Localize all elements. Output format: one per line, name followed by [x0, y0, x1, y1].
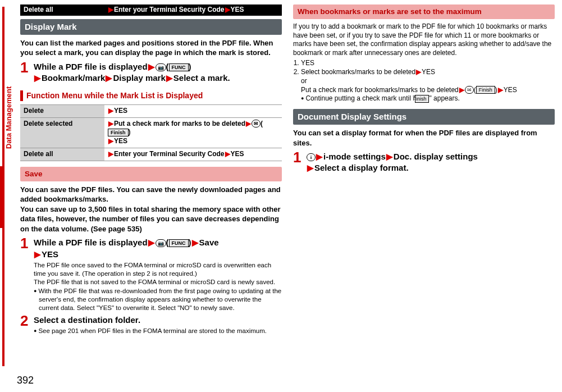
table-row: Delete ▶YES — [20, 104, 282, 117]
bullet-item: With the PDF file that was re-downloaded… — [34, 287, 282, 312]
li-text: Select bookmarks/marks to be deleted — [301, 68, 415, 76]
row-text: Put a check mark for marks to be deleted — [114, 120, 245, 127]
top-bar-value: ▶Enter your Terminal Security Code▶YES — [108, 6, 278, 15]
step-text: While a PDF file is displayed — [34, 62, 148, 71]
arrow-icon: ▶ — [148, 62, 156, 71]
finish-softkey-icon: Finish — [476, 86, 495, 94]
arrow-icon: ▶ — [316, 152, 323, 161]
row-text: Enter your Terminal Security Code — [114, 150, 225, 158]
step-text: Select a display format. — [314, 163, 409, 172]
maximum-body: If you try to add a bookmark or mark to … — [293, 22, 555, 58]
save-step2-bullets: See page 201 when PDF files in the FOMA … — [34, 327, 282, 335]
heading-doc-display: Document Display Settings — [293, 109, 555, 125]
arrow-icon: ▶ — [307, 163, 314, 172]
bullet-text: " appears. — [429, 94, 459, 102]
row-text: YES — [114, 107, 127, 115]
row-text: YES — [114, 137, 127, 145]
display-mark-body: You can list the marked pages and positi… — [20, 38, 282, 58]
heading-display-mark: Display Mark — [20, 19, 282, 35]
arrow-icon: ▶ — [386, 152, 394, 161]
page-number: 392 — [17, 375, 34, 386]
arrow-icon: ▶ — [497, 86, 504, 94]
display-mark-step1-title: While a PDF file is displayed▶📷(FUNC) ▶B… — [34, 61, 282, 84]
save-step2-title: Select a destination folder. — [34, 314, 282, 326]
arrow-icon: ▶ — [34, 73, 42, 83]
right-column: When bookmarks or marks are set to the m… — [293, 4, 555, 336]
arrow-icon: ▶ — [105, 73, 113, 83]
li-text: or — [301, 77, 307, 85]
list-item: Select bookmarks/marks to be deleted▶YES… — [301, 68, 555, 103]
li-text: YES — [504, 86, 517, 94]
function-menu-heading-text: Function Menu while the Mark List is Dis… — [26, 91, 203, 100]
arrow-icon: ▶ — [108, 150, 114, 158]
row-value: ▶YES — [104, 104, 282, 117]
step-text: Display mark — [113, 73, 165, 83]
desc-line: The PDF file that is not saved to the FO… — [34, 279, 275, 285]
table-row: Delete selected ▶Put a check mark for ma… — [20, 117, 282, 148]
camera-key-icon: 📷 — [156, 239, 166, 247]
maximum-steps: YES Select bookmarks/marks to be deleted… — [293, 59, 555, 103]
bullet-item: Continue putting a check mark until "Fin… — [301, 94, 555, 103]
save-step2: 2 Select a destination folder. See page … — [20, 313, 282, 335]
top-delete-all-bar: Delete all ▶Enter your Terminal Security… — [20, 4, 282, 16]
row-label: Delete all — [20, 148, 104, 161]
arrow-icon: ▶ — [415, 68, 422, 76]
step-text: YES — [42, 249, 58, 259]
func-softkey-icon: FUNC — [169, 239, 189, 247]
step-number-1: 1 — [293, 150, 307, 174]
arrow-icon: ▶ — [191, 238, 199, 247]
function-menu-table: Delete ▶YES Delete selected ▶Put a check… — [20, 104, 282, 161]
arrow-icon: ▶ — [148, 238, 156, 247]
finish-softkey-icon: Finish — [108, 129, 129, 136]
finish-softkey-icon: Finish — [415, 95, 429, 103]
save-step1-title: While a PDF file is displayed▶📷(FUNC)▶Sa… — [34, 237, 282, 260]
arrow-icon: ▶ — [459, 86, 465, 94]
save-step1-desc: The PDF file once saved to the FOMA term… — [34, 261, 282, 312]
arrow-icon: ▶ — [108, 120, 114, 127]
camera-key-icon: 📷 — [156, 63, 166, 71]
side-tab: Data Management — [4, 86, 13, 149]
bullet-text: Continue putting a check mark until " — [305, 94, 415, 102]
heading-save: Save — [20, 167, 282, 181]
list-item: YES — [301, 59, 555, 68]
arrow-icon: ▶ — [34, 249, 42, 259]
doc-display-body: You can set a display format for when th… — [293, 128, 555, 148]
doc-display-step1-title: i▶i-mode settings▶Doc. display settings▶… — [307, 151, 555, 174]
desc-line: The PDF file once saved to the FOMA term… — [34, 262, 271, 277]
save-body: You can save the PDF files. You can save… — [20, 185, 282, 234]
step-text: i-mode settings — [323, 152, 386, 161]
func-softkey-icon: FUNC — [169, 63, 189, 71]
step-text: Doc. display settings — [394, 152, 478, 161]
arrow-icon: ▶ — [225, 6, 231, 13]
bullet-item: See page 201 when PDF files in the FOMA … — [34, 327, 282, 335]
save-step2-desc: See page 201 when PDF files in the FOMA … — [34, 327, 282, 335]
arrow-icon: ▶ — [108, 137, 114, 145]
doc-display-step1: 1 i▶i-mode settings▶Doc. display setting… — [293, 150, 555, 174]
step-text: Bookmark/mark — [42, 73, 105, 83]
i-key-icon: i — [307, 153, 316, 161]
mail-key-icon: ✉ — [465, 86, 474, 94]
step-number-1: 1 — [20, 60, 34, 84]
top-bar-text: Enter your Terminal Security Code — [114, 6, 225, 13]
display-mark-step1: 1 While a PDF file is displayed▶📷(FUNC) … — [20, 60, 282, 84]
heading-function-menu: Function Menu while the Mark List is Dis… — [20, 90, 282, 101]
top-bar-yes: YES — [231, 6, 244, 13]
arrow-icon: ▶ — [166, 73, 173, 83]
arrow-icon: ▶ — [108, 107, 114, 115]
step-number-2: 2 — [20, 313, 34, 335]
heading-maximum: When bookmarks or marks are set to the m… — [293, 4, 555, 19]
li-text: YES — [422, 68, 435, 76]
maximum-bullets: Continue putting a check mark until "Fin… — [301, 94, 555, 103]
row-text: YES — [231, 150, 244, 158]
row-value: ▶Put a check mark for marks to be delete… — [104, 117, 282, 148]
step-text: Save — [199, 238, 219, 247]
step-text: Select a mark. — [173, 73, 230, 83]
table-row: Delete all ▶Enter your Terminal Security… — [20, 148, 282, 161]
step-number-1: 1 — [20, 236, 34, 312]
mail-key-icon: ✉ — [252, 120, 261, 127]
left-column: Delete all ▶Enter your Terminal Security… — [20, 4, 282, 336]
arrow-icon: ▶ — [245, 120, 252, 127]
top-bar-label: Delete all — [24, 6, 108, 15]
arrow-icon: ▶ — [108, 6, 114, 13]
save-step1-bullets: With the PDF file that was re-downloaded… — [34, 287, 282, 312]
